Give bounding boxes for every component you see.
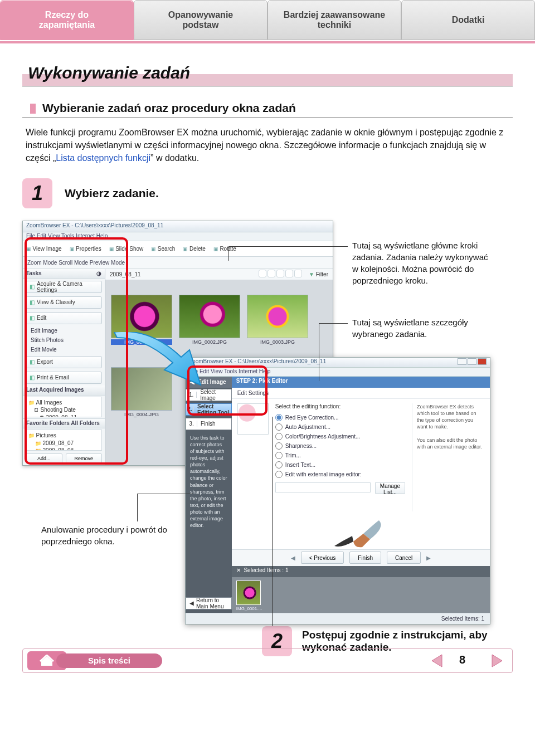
thumb-caption: IMG_0003.JPG — [247, 339, 308, 345]
radio[interactable] — [275, 433, 283, 440]
page-body: Wykonywanie zadań Wybieranie zadań oraz … — [0, 43, 535, 641]
fav-date-2[interactable]: 2009_08_08 — [28, 447, 99, 451]
tab-label: Opanowywanie — [168, 10, 233, 19]
fav-pictures[interactable]: Pictures — [28, 432, 99, 440]
cancel-button[interactable]: Cancel — [387, 552, 421, 564]
radio[interactable] — [275, 452, 283, 459]
opt-label: Red Eye Correction... — [285, 414, 339, 421]
callout-top: Tutaj są wyświetlane główne kroki zadani… — [352, 240, 493, 286]
toc-label: Spis treści — [88, 656, 130, 665]
zoom-controls[interactable] — [259, 270, 303, 279]
finish-button[interactable]: Finish — [349, 552, 381, 564]
page-footer: Spis treści 8 — [22, 648, 513, 673]
radio[interactable] — [275, 442, 283, 450]
tb-search[interactable]: Search — [151, 246, 175, 252]
close-icon[interactable]: ✕ — [236, 567, 241, 573]
brush-icon — [237, 403, 269, 435]
thumb-3[interactable]: IMG_0003.JPG — [247, 295, 308, 345]
task-acquire[interactable]: Acquire & Camera Settings — [26, 281, 102, 293]
task-export[interactable]: Export — [26, 356, 102, 368]
tree-date-folder[interactable]: 2009_08_11 — [28, 414, 99, 418]
select-function-label: Select the editing function: — [275, 403, 405, 409]
scroll-left-icon[interactable]: ◀ — [291, 555, 295, 561]
opt-color[interactable]: Color/Brightness Adjustment... — [275, 432, 405, 441]
step-1-badge: 1 — [22, 178, 52, 208]
tab-podstawy[interactable]: Opanowywaniepodstaw — [134, 0, 268, 40]
external-editor-field[interactable] — [275, 482, 371, 492]
menu-bar-b[interactable]: File Edit View Tools Internet Help — [186, 368, 490, 377]
tab-label: Rzeczy do — [45, 10, 89, 19]
return-main-menu-button[interactable]: ◀Return to Main Menu — [186, 597, 232, 609]
tab-dodatki[interactable]: Dodatki — [401, 0, 535, 40]
tb-delete[interactable]: Delete — [183, 246, 205, 252]
mode-labels[interactable]: Zoom Mode Scroll Mode Preview Mode — [27, 260, 125, 266]
filter-button[interactable]: Filter — [309, 271, 328, 277]
next-page-button[interactable] — [489, 652, 505, 669]
link-lista-funkcji[interactable]: Lista dostępnych funkcji — [56, 153, 150, 163]
opt-sharpness[interactable]: Sharpness... — [275, 441, 405, 451]
radio[interactable] — [275, 414, 283, 421]
section-title: Wybieranie zadań oraz procedury okna zad… — [22, 99, 513, 118]
manage-list-button[interactable]: Manage List... — [375, 482, 405, 494]
selected-thumb[interactable] — [236, 581, 261, 605]
tb-properties[interactable]: Properties — [70, 246, 101, 252]
opt-label: Edit with external image editor: — [285, 471, 362, 477]
fav-date-1[interactable]: 2009_08_07 — [28, 440, 99, 447]
next-icon — [489, 652, 505, 669]
tab-label: podstaw — [183, 20, 219, 30]
prev-icon — [429, 652, 445, 669]
task-edit-image[interactable]: Edit Image — [23, 326, 105, 335]
fav-tree[interactable]: Pictures 2009_08_07 2009_08_08 2009_08_0… — [26, 430, 102, 451]
task-edit[interactable]: Edit — [26, 312, 102, 324]
opt-redeye[interactable]: Red Eye Correction... — [275, 413, 405, 422]
breadcrumb-path[interactable]: 2009_08_11 — [110, 271, 141, 277]
selected-label: Selected Items : 1 — [244, 567, 288, 573]
task-main-panel: STEP 2: Pick Editor Edit Settings Select… — [232, 377, 490, 613]
opt-insert-text[interactable]: Insert Text... — [275, 460, 405, 470]
task-print-email[interactable]: Print & Email — [26, 372, 102, 384]
tab-label: zapamiętania — [39, 20, 95, 30]
scroll-right-icon[interactable]: ▶ — [426, 555, 431, 561]
tb-view-image[interactable]: View Image — [26, 246, 62, 252]
tasks-header-label: Tasks — [26, 270, 42, 277]
tree-all-images[interactable]: All Images — [28, 399, 99, 407]
step-1-row: 1 Wybierz zadanie. — [22, 178, 513, 208]
step-num: 3. — [186, 421, 197, 427]
window-buttons[interactable] — [456, 358, 487, 367]
opt-external[interactable]: Edit with external image editor: — [275, 470, 405, 479]
folder-tree[interactable]: All Images Shooting Date 2009_08_11 My C… — [26, 397, 102, 418]
menu-bar[interactable]: File Edit View Tools Internet Help — [23, 232, 333, 241]
wizard-nav: ◀ < Previous Finish Cancel ▶ — [232, 549, 490, 566]
radio[interactable] — [275, 423, 283, 431]
task-view-classify[interactable]: View & Classify — [26, 296, 102, 309]
tab-zaawansowane[interactable]: Bardziej zaawansowanetechniki — [268, 0, 401, 40]
task-description: Use this task to correct photos of subje… — [186, 431, 232, 533]
callout-bottom: Anulowanie procedury i powrót do poprzed… — [41, 524, 169, 547]
tree-shooting-date[interactable]: Shooting Date — [28, 406, 99, 414]
opt-trim[interactable]: Trim... — [275, 451, 405, 460]
tb-slideshow[interactable]: Slide Show — [109, 246, 144, 252]
previous-button[interactable]: < Previous — [301, 552, 344, 564]
fav-header[interactable]: Favorite Folders All Folders — [23, 418, 105, 428]
radio[interactable] — [275, 461, 283, 469]
tab-label: techniki — [318, 20, 351, 30]
step-finish[interactable]: 3.Finish — [186, 418, 232, 430]
toc-button[interactable]: Spis treści — [56, 653, 162, 668]
step-select-tool[interactable]: 2.Select Editing Tool — [186, 403, 232, 416]
task-edit-movie[interactable]: Edit Movie — [23, 345, 105, 354]
info-text-1: ZoomBrowser EX detects which tool to use… — [417, 403, 484, 431]
opt-auto[interactable]: Auto Adjustment... — [275, 422, 405, 432]
opt-label: Auto Adjustment... — [285, 424, 330, 430]
collapse-icon[interactable]: ◑ — [96, 270, 101, 277]
opt-label: Insert Text... — [285, 462, 315, 468]
radio[interactable] — [275, 471, 283, 478]
task-step-sidebar: ◀Edit Image 1.Select Image 2.Select Edit… — [186, 377, 232, 613]
tab-rzeczy[interactable]: Rzeczy dozapamiętania — [0, 0, 134, 40]
lai-header: Last Acquired Images — [23, 386, 105, 396]
prev-page-button[interactable] — [429, 652, 445, 669]
status-bar: Selected Items: 1 — [186, 613, 490, 624]
task-stitch[interactable]: Stitch Photos — [23, 335, 105, 345]
remove-folder-button[interactable]: Remove — [66, 453, 103, 464]
back-icon: ◀ — [189, 600, 194, 606]
add-folder-button[interactable]: Add... — [26, 453, 62, 464]
